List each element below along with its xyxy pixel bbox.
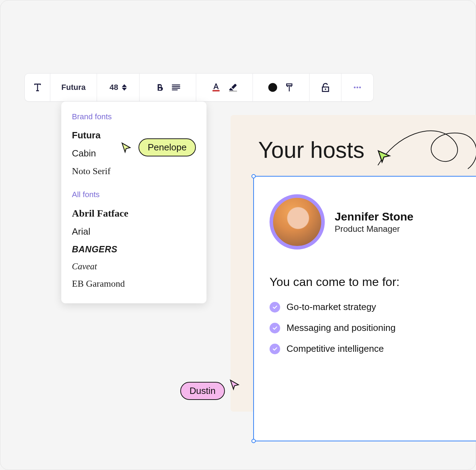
lock-button[interactable] (310, 74, 341, 101)
more-button[interactable] (341, 74, 373, 101)
svg-point-6 (359, 87, 361, 88)
card-title[interactable]: Your hosts (258, 137, 364, 163)
list-item-text: Go-to-market strategy (287, 302, 376, 313)
svg-point-3 (325, 88, 326, 90)
selected-frame[interactable]: Jennifer Stone Product Manager You can c… (253, 176, 476, 441)
all-fonts-label: All fonts (72, 190, 196, 199)
text-tool-button[interactable] (25, 74, 50, 101)
unlock-icon (320, 82, 331, 93)
resize-handle-bottom-left[interactable] (251, 439, 256, 443)
svg-point-2 (268, 83, 277, 92)
format-paint-icon[interactable] (284, 82, 295, 93)
text-icon (32, 82, 43, 93)
fill-group (253, 74, 310, 101)
card-subhead: You can come to me for: (254, 254, 476, 297)
font-family-selector[interactable]: Futura (50, 74, 97, 101)
fill-circle-icon[interactable] (267, 82, 278, 93)
font-option-eb-garamond[interactable]: EB Garamond (72, 275, 196, 293)
brand-fonts-label: Brand fonts (72, 112, 196, 121)
more-horizontal-icon (352, 82, 363, 93)
stepper-down-icon[interactable] (122, 88, 127, 91)
check-icon (270, 344, 280, 354)
list-item-text: Messaging and positioning (287, 322, 396, 333)
collaborator-cursor-penelope: Penelope (120, 138, 196, 156)
font-option-abril-fatface[interactable]: Abril Fatface (72, 204, 196, 223)
list-item: Competitive intelligence (270, 338, 472, 359)
color-group (196, 74, 253, 101)
text-color-icon[interactable] (211, 82, 221, 93)
resize-handle-top-left[interactable] (251, 174, 256, 178)
list-item: Messaging and positioning (270, 317, 472, 338)
font-size-value: 48 (109, 83, 118, 92)
font-dropdown[interactable]: Brand fonts Futura Cabin Noto Serif All … (61, 102, 206, 303)
font-family-label: Futura (61, 83, 85, 92)
font-option-bangers[interactable]: BANGERS (72, 241, 196, 258)
cursor-pointer-icon (120, 142, 132, 154)
svg-point-4 (354, 87, 356, 88)
highlight-icon[interactable] (228, 82, 238, 93)
svg-rect-1 (229, 91, 237, 92)
swirl-doodle (376, 116, 476, 172)
font-option-caveat[interactable]: Caveat (72, 258, 196, 275)
collaborator-cursor-dustin: Dustin (180, 382, 240, 400)
text-toolbar: Futura 48 (24, 73, 374, 102)
collaborator-cursor-icon (376, 149, 391, 164)
font-size-stepper[interactable]: 48 (97, 74, 140, 101)
font-option-noto-serif[interactable]: Noto Serif (72, 162, 196, 180)
bold-icon[interactable] (155, 82, 165, 92)
collaborator-name-label: Dustin (180, 382, 225, 400)
cursor-pointer-icon (228, 379, 240, 391)
stepper-up-icon[interactable] (122, 84, 127, 87)
host-role: Product Manager (335, 224, 413, 234)
align-icon[interactable] (171, 82, 181, 92)
host-avatar (270, 194, 325, 250)
text-style-group (140, 74, 196, 101)
check-icon (270, 302, 280, 313)
app-frame: Futura 48 (0, 0, 476, 470)
check-icon (270, 323, 280, 333)
stepper-arrows[interactable] (122, 84, 127, 91)
collaborator-name-label: Penelope (138, 138, 196, 156)
list-item-text: Competitive intelligence (287, 343, 384, 354)
svg-point-5 (357, 87, 358, 88)
list-item: Go-to-market strategy (270, 297, 472, 317)
check-list: Go-to-market strategy Messaging and posi… (254, 297, 476, 359)
host-row: Jennifer Stone Product Manager (254, 177, 476, 254)
svg-rect-0 (212, 90, 220, 92)
host-name: Jennifer Stone (335, 210, 413, 223)
font-option-arial[interactable]: Arial (72, 223, 196, 241)
